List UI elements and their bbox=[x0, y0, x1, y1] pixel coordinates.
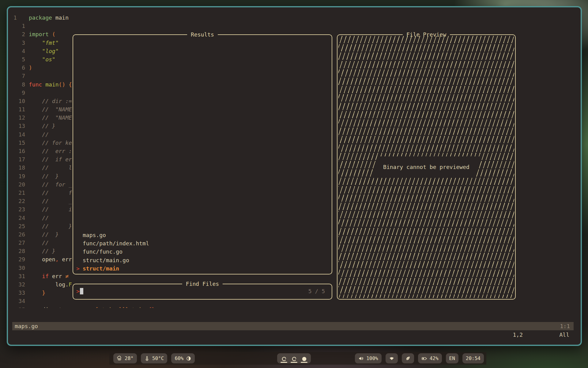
code-text: open, err bbox=[29, 256, 72, 263]
code-text: // err : bbox=[29, 148, 72, 154]
line-number: 28 bbox=[13, 247, 25, 255]
thermometer-icon bbox=[144, 356, 150, 361]
line-number: 11 bbox=[13, 105, 25, 113]
code-text: // "NAME bbox=[29, 114, 72, 121]
line-number: 23 bbox=[13, 205, 25, 213]
code-text: // bbox=[29, 131, 49, 138]
code-text: } bbox=[29, 289, 45, 296]
ruler-cursor-position: 1,2 bbox=[513, 331, 523, 339]
statusline-filename: maps.go bbox=[15, 323, 38, 329]
workspace-occupied[interactable] bbox=[280, 355, 288, 363]
workspace-underline bbox=[291, 362, 297, 363]
volume-icon bbox=[358, 356, 364, 361]
code-text: // } bbox=[29, 223, 72, 229]
line-number: 8 bbox=[13, 80, 25, 89]
code-text: import ( bbox=[29, 31, 55, 37]
power-profile-module[interactable] bbox=[402, 353, 414, 363]
workspace-underline bbox=[281, 362, 287, 363]
keyboard-layout-module[interactable]: EN bbox=[446, 353, 458, 363]
line-number: 14 bbox=[13, 130, 25, 139]
code-text: // i bbox=[29, 206, 72, 213]
text-cursor bbox=[80, 288, 83, 294]
module-label: 28° bbox=[125, 355, 134, 361]
line-number: 19 bbox=[13, 172, 25, 180]
line-number: 31 bbox=[13, 272, 25, 280]
statusline-position: 1:1 bbox=[560, 323, 570, 329]
code-text: // for ke bbox=[29, 140, 72, 146]
ruler-scroll-position: All bbox=[559, 331, 569, 339]
clock-module[interactable]: 20:54 bbox=[462, 353, 484, 363]
result-item[interactable]: >struct/main.go bbox=[73, 256, 332, 264]
code-text: // for _ bbox=[29, 181, 72, 188]
line-number: 9 bbox=[13, 89, 25, 97]
line-number: 6 bbox=[13, 63, 25, 72]
weather-module[interactable]: 28° bbox=[113, 353, 137, 363]
result-item[interactable]: >func/path/index.html bbox=[73, 239, 332, 247]
results-panel-title: Results bbox=[187, 30, 218, 39]
line-number: 21 bbox=[13, 189, 25, 197]
line-number: 3 bbox=[13, 39, 25, 47]
line-number: 13 bbox=[13, 122, 25, 130]
line-number: 22 bbox=[13, 197, 25, 205]
line-number: 10 bbox=[13, 97, 25, 105]
result-item[interactable]: >struct/main bbox=[73, 264, 332, 273]
result-item[interactable]: >maps.go bbox=[73, 231, 332, 239]
preview-message: Binary cannot be previewed bbox=[337, 156, 515, 178]
line-number: 35 bbox=[13, 305, 25, 308]
code-text: log.F bbox=[29, 281, 72, 288]
line-number: 33 bbox=[13, 289, 25, 297]
code-line[interactable]: 1 bbox=[13, 22, 579, 30]
code-text: "os" bbox=[29, 56, 55, 63]
line-number: 5 bbox=[13, 55, 25, 63]
line-number: 32 bbox=[13, 280, 25, 289]
code-text: // f bbox=[29, 190, 72, 196]
module-label: 60% bbox=[175, 355, 183, 361]
code-text: "fmt" bbox=[29, 40, 59, 46]
result-label: maps.go bbox=[83, 231, 106, 239]
code-text: func main() { bbox=[29, 81, 72, 88]
code-text: // "NAME bbox=[29, 106, 72, 113]
wifi-icon bbox=[389, 356, 394, 361]
line-number: 16 bbox=[13, 147, 25, 155]
workspace-switcher bbox=[277, 353, 311, 363]
result-label: struct/main.go bbox=[83, 256, 129, 264]
ruler-line: 1,2 All bbox=[12, 331, 574, 339]
module-label: 42% bbox=[430, 355, 439, 361]
volume-module[interactable]: 100% bbox=[355, 353, 382, 363]
code-text: // bbox=[29, 215, 49, 221]
fog-icon bbox=[117, 356, 122, 361]
brightness-icon bbox=[186, 356, 191, 361]
result-counter: 5 / 5 bbox=[308, 284, 325, 298]
statusline: maps.go 1:1 bbox=[12, 322, 574, 330]
code-line[interactable]: 1package main bbox=[13, 13, 579, 22]
result-label: func/func.go bbox=[83, 247, 123, 256]
code-text: // _ bbox=[29, 198, 72, 204]
line-number: 25 bbox=[13, 222, 25, 230]
brightness-module[interactable]: 60% bbox=[171, 353, 195, 363]
line-number: 17 bbox=[13, 155, 25, 163]
terminal-window: 1package main12import (3 "fmt"4 "log"5 "… bbox=[7, 6, 582, 346]
code-line[interactable]: 35 directory := map[string][]string{} bbox=[13, 305, 579, 308]
prompt-caret-icon: > bbox=[76, 288, 80, 294]
result-label: struct/main bbox=[83, 264, 119, 273]
result-item[interactable]: >func/func.go bbox=[73, 247, 332, 256]
line-number: 24 bbox=[13, 214, 25, 222]
line-number: 20 bbox=[13, 180, 25, 189]
status-bar-right-group: 100%42%EN20:54 bbox=[355, 353, 484, 363]
temperature-module[interactable]: 50°C bbox=[141, 353, 168, 363]
battery-module[interactable]: 42% bbox=[418, 353, 442, 363]
leaf-icon bbox=[405, 356, 411, 361]
workspace-active[interactable] bbox=[300, 355, 308, 363]
line-number: 18 bbox=[13, 163, 25, 172]
code-text: directory := map[string][]string{} bbox=[29, 306, 155, 308]
battery-icon bbox=[421, 356, 427, 361]
line-number: 26 bbox=[13, 230, 25, 239]
wifi-module[interactable] bbox=[386, 353, 398, 363]
line-number: 27 bbox=[13, 239, 25, 247]
module-label: 100% bbox=[366, 355, 378, 361]
file-preview-panel: File Preview Binary cannot be previewed bbox=[337, 34, 516, 300]
code-text: // } bbox=[29, 231, 59, 238]
workspace-occupied[interactable] bbox=[290, 355, 298, 363]
code-text: // } bbox=[29, 248, 55, 254]
find-files-input[interactable]: > bbox=[73, 284, 332, 299]
